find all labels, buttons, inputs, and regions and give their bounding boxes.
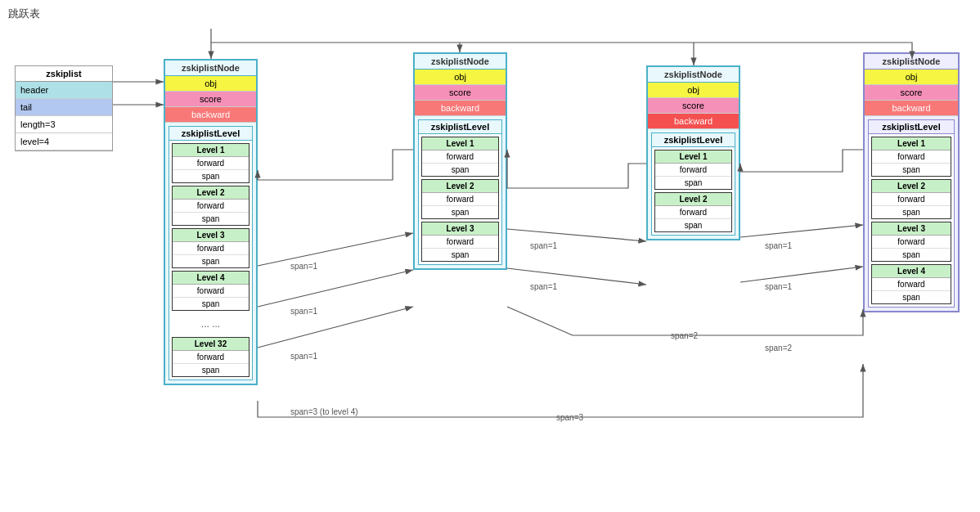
node2-level-group-title: zskiplistLevel: [419, 120, 501, 134]
length-field: length=3: [16, 116, 112, 133]
node3-level-group-title: zskiplistLevel: [652, 133, 735, 147]
node4-level-group-title: zskiplistLevel: [869, 120, 954, 134]
node1-obj: obj: [165, 76, 256, 92]
node2-obj: obj: [415, 70, 506, 85]
node4-level2: Level 2 forward span: [871, 179, 951, 219]
node1-level3: Level 3 forward span: [172, 228, 249, 268]
arrow-l1-1-2: [258, 233, 413, 266]
arrow-backward-2-1: [258, 150, 413, 180]
node4-level4: Level 4 forward span: [871, 264, 951, 304]
zskiplist-box: zskiplist header tail length=3 level=4: [15, 65, 113, 151]
node2-level1: Level 1 forward span: [421, 137, 499, 177]
node1-score: score: [165, 92, 256, 107]
node3-score: score: [648, 98, 739, 114]
node1-ellipsis: ... ...: [169, 313, 252, 335]
node1-level-group: zskiplistLevel Level 1 forward span Leve…: [169, 126, 253, 380]
node4-backward: backward: [865, 101, 958, 116]
span-label-7: span=1: [765, 241, 792, 250]
node3-level2: Level 2 forward span: [654, 192, 732, 232]
arrow-backward-3-2: [507, 150, 646, 188]
arrow-l1-3-4: [740, 225, 863, 237]
span-label-1: span=1: [290, 262, 317, 271]
node1-backward: backward: [165, 107, 256, 123]
arrow-l2-2-3: [507, 268, 646, 285]
node3-backward: backward: [648, 114, 739, 129]
header-field: header: [16, 82, 112, 99]
node2-score: score: [415, 85, 506, 101]
node2-backward: backward: [415, 101, 506, 116]
span-label-6: span=1: [530, 282, 557, 291]
node2-level-group: zskiplistLevel Level 1 forward span Leve…: [418, 119, 502, 265]
node4-obj: obj: [865, 70, 958, 85]
span-label-2: span=1: [290, 307, 317, 316]
span-label-11: span=2: [671, 331, 698, 340]
span-label-10: span=3: [556, 413, 583, 422]
span-label-9: span=2: [765, 344, 792, 353]
node4-score: score: [865, 85, 958, 101]
node3-level-group: zskiplistLevel Level 1 forward span Leve…: [651, 132, 735, 236]
level-field: level=4: [16, 133, 112, 150]
node1-title: zskiplistNode: [165, 61, 256, 76]
node1-level2: Level 2 forward span: [172, 186, 249, 226]
node3-box: zskiplistNode obj score backward zskipli…: [646, 65, 740, 240]
arrow-l2-1-2: [258, 270, 413, 307]
zskiplist-title: zskiplist: [16, 66, 112, 82]
node1-level1: Level 1 forward span: [172, 143, 249, 183]
arrow-backward-4-3: [740, 150, 863, 172]
arrow-l1-2-3: [507, 229, 646, 241]
node2-level2: Level 2 forward span: [421, 179, 499, 219]
node3-level1: Level 1 forward span: [654, 150, 732, 190]
node4-level-group: zskiplistLevel Level 1 forward span Leve…: [868, 119, 955, 308]
node3-title: zskiplistNode: [648, 67, 739, 83]
node4-title: zskiplistNode: [865, 54, 958, 70]
span-label-5: span=1: [530, 241, 557, 250]
node4-level3: Level 3 forward span: [871, 222, 951, 262]
span-label-4: span=3 (to level 4): [290, 407, 358, 416]
node2-level3: Level 3 forward span: [421, 222, 499, 262]
node4-box: zskiplistNode obj score backward zskipli…: [863, 52, 960, 312]
span-label-8: span=1: [765, 282, 792, 291]
arrow-l2-3-4: [740, 267, 863, 282]
node3-obj: obj: [648, 83, 739, 98]
page-title: 跳跃表: [8, 7, 40, 21]
node1-box: zskiplistNode obj score backward zskipli…: [164, 59, 258, 385]
node2-title: zskiplistNode: [415, 54, 506, 70]
arrow-l3-1-2: [258, 307, 413, 348]
node1-level32: Level 32 forward span: [172, 337, 249, 377]
node1-level-group-title: zskiplistLevel: [169, 127, 252, 141]
node1-level4: Level 4 forward span: [172, 271, 249, 311]
node2-box: zskiplistNode obj score backward zskipli…: [413, 52, 507, 270]
span-label-3: span=1: [290, 352, 317, 361]
arrow-top-line: [211, 29, 912, 59]
node4-level1: Level 1 forward span: [871, 137, 951, 177]
tail-field: tail: [16, 99, 112, 116]
